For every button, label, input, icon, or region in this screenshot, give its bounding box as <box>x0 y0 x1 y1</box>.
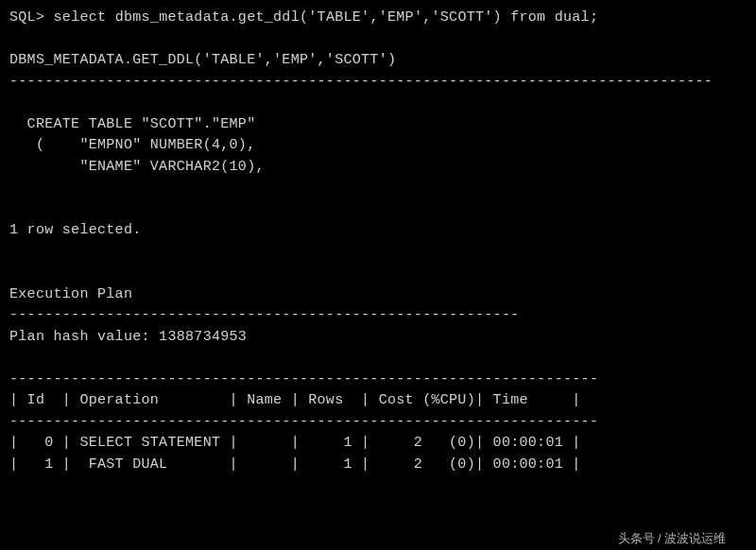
ddl-output-line: ( "EMPNO" NUMBER(4,0), <box>9 135 747 157</box>
sql-prompt: SQL> <box>9 9 44 26</box>
sql-command-line: SQL> select dbms_metadata.get_ddl('TABLE… <box>9 8 747 29</box>
blank-line <box>9 263 747 284</box>
row-count-line: 1 row selected. <box>9 220 747 242</box>
blank-line <box>9 93 747 114</box>
plan-table-header: | Id | Operation | Name | Rows | Cost (%… <box>9 390 747 412</box>
watermark-text: 头条号 / 波波说运维 <box>618 530 726 548</box>
ddl-output-line: CREATE TABLE "SCOTT"."EMP" <box>9 114 747 136</box>
plan-hash-line: Plan hash value: 1388734953 <box>9 327 747 349</box>
plan-table-row: | 0 | SELECT STATEMENT | | 1 | 2 (0)| 00… <box>9 433 747 455</box>
divider-line: ----------------------------------------… <box>9 305 747 327</box>
result-column-header: DBMS_METADATA.GET_DDL('TABLE','EMP','SCO… <box>9 50 747 72</box>
plan-table-border: ----------------------------------------… <box>9 370 747 391</box>
blank-line <box>9 178 747 199</box>
divider-line: ----------------------------------------… <box>9 72 747 94</box>
ddl-output-line: "ENAME" VARCHAR2(10), <box>9 157 747 179</box>
plan-table-border: ----------------------------------------… <box>9 412 747 434</box>
plan-table-row: | 1 | FAST DUAL | | 1 | 2 (0)| 00:00:01 … <box>9 455 747 476</box>
blank-line <box>9 348 747 370</box>
blank-line <box>9 242 747 264</box>
blank-line <box>9 199 747 221</box>
blank-line <box>9 29 747 51</box>
sql-statement: select dbms_metadata.get_ddl('TABLE','EM… <box>54 9 599 26</box>
execution-plan-header: Execution Plan <box>9 284 747 306</box>
